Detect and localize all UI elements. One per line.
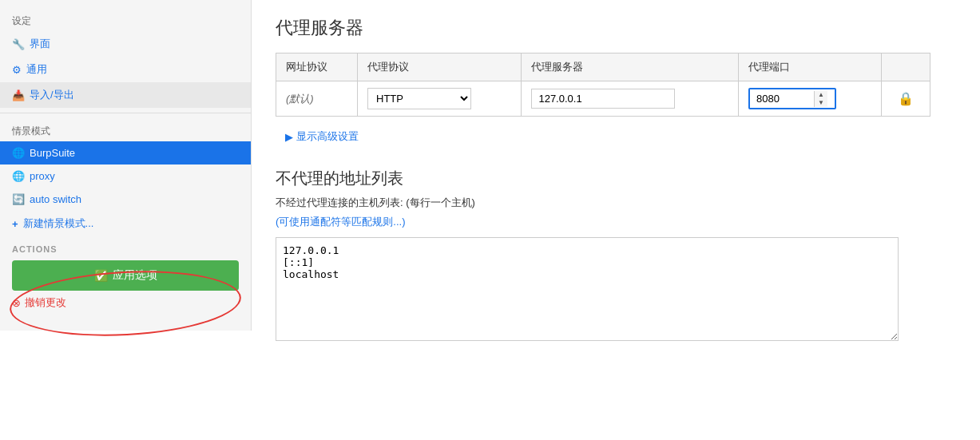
- sidebar-item-burpsuite[interactable]: 🌐 BurpSuite: [0, 141, 251, 165]
- col-proxy-server: 代理服务器: [522, 54, 739, 81]
- proxy-globe-icon: 🌐: [12, 170, 25, 182]
- apply-button-label: 应用选项: [113, 268, 157, 283]
- table-row: (默认) HTTP HTTPS SOCKS4 SOCKS5: [276, 81, 930, 117]
- burp-icon: 🌐: [12, 147, 25, 159]
- no-proxy-textarea[interactable]: 127.0.0.1 [::1] localhost: [276, 237, 899, 341]
- show-advanced-link[interactable]: ▶ 显示高级设置: [276, 125, 956, 149]
- scene-section-label: 情景模式: [0, 118, 251, 141]
- actions-label: ACTIONS: [12, 244, 239, 254]
- col-proxy-protocol: 代理协议: [358, 54, 522, 81]
- proxy-protocol-select[interactable]: HTTP HTTPS SOCKS4 SOCKS5: [367, 88, 471, 109]
- proxy-port-input[interactable]: [750, 89, 814, 108]
- col-url-protocol: 网址协议: [276, 54, 358, 81]
- port-up-button[interactable]: ▲: [815, 91, 827, 99]
- sidebar-item-newscene[interactable]: + 新建情景模式...: [0, 211, 251, 236]
- wildcard-link[interactable]: (可使用通配符等匹配规则...): [276, 215, 956, 229]
- sidebar-item-general-label: 通用: [26, 62, 47, 77]
- autoswitch-icon: 🔄: [12, 193, 25, 205]
- no-proxy-title: 不代理的地址列表: [276, 168, 956, 189]
- sidebar-item-burpsuite-label: BurpSuite: [30, 147, 75, 159]
- proxy-server-input[interactable]: [531, 89, 675, 109]
- sidebar-item-proxy[interactable]: 🌐 proxy: [0, 165, 251, 188]
- chevron-right-icon: ▶: [285, 131, 293, 143]
- port-input-wrapper: ▲ ▼: [748, 88, 836, 109]
- proxy-port-cell: ▲ ▼: [739, 81, 882, 117]
- port-spinners: ▲ ▼: [814, 91, 827, 107]
- no-proxy-desc: 不经过代理连接的主机列表: (每行一个主机): [276, 196, 956, 210]
- proxy-protocol-cell: HTTP HTTPS SOCKS4 SOCKS5: [358, 81, 522, 117]
- wrench-icon: 🔧: [12, 38, 25, 50]
- url-protocol-cell: (默认): [276, 81, 358, 117]
- proxy-section-title: 代理服务器: [276, 16, 956, 40]
- lock-button[interactable]: 🔒: [891, 88, 920, 109]
- col-proxy-port: 代理端口: [739, 54, 882, 81]
- proxy-table: 网址协议 代理协议 代理服务器 代理端口 (默认) HTTP HTTPS SOC…: [276, 53, 930, 117]
- lock-cell: 🔒: [882, 81, 930, 117]
- apply-button[interactable]: ✅ 应用选项: [12, 260, 239, 291]
- sidebar-item-newscene-label: 新建情景模式...: [23, 216, 94, 231]
- sidebar-item-proxy-label: proxy: [30, 170, 55, 182]
- actions-section: ACTIONS ✅ 应用选项 ⊗ 撤销更改: [0, 236, 251, 323]
- sidebar-item-interface[interactable]: 🔧 界面: [0, 31, 251, 57]
- import-icon: 📥: [12, 89, 25, 101]
- sidebar-item-interface-label: 界面: [30, 37, 50, 51]
- plus-icon: +: [12, 218, 18, 230]
- divider: [0, 113, 251, 113]
- sidebar-item-importexport[interactable]: 📥 导入/导出: [0, 82, 251, 108]
- port-down-button[interactable]: ▼: [815, 99, 827, 107]
- cancel-link[interactable]: ⊗ 撤销更改: [12, 291, 239, 315]
- proxy-server-cell: [522, 81, 739, 117]
- sidebar: 设定 🔧 界面 ⚙ 通用 📥 导入/导出 情景模式 🌐 BurpSuite 🌐 …: [0, 0, 252, 331]
- check-circle-icon: ✅: [94, 269, 108, 282]
- sidebar-item-general[interactable]: ⚙ 通用: [0, 57, 251, 82]
- settings-section-label: 设定: [0, 8, 251, 31]
- show-advanced-label: 显示高级设置: [296, 129, 359, 144]
- sidebar-item-autoswitch[interactable]: 🔄 auto switch: [0, 188, 251, 211]
- main-content: 代理服务器 网址协议 代理协议 代理服务器 代理端口 (默认) HTTP HTT…: [252, 0, 980, 440]
- sidebar-item-autoswitch-label: auto switch: [30, 193, 81, 205]
- gear-icon: ⚙: [12, 64, 22, 76]
- cancel-icon: ⊗: [12, 297, 21, 309]
- col-lock: [882, 54, 930, 81]
- cancel-label: 撤销更改: [25, 295, 66, 310]
- sidebar-item-importexport-label: 导入/导出: [30, 88, 74, 102]
